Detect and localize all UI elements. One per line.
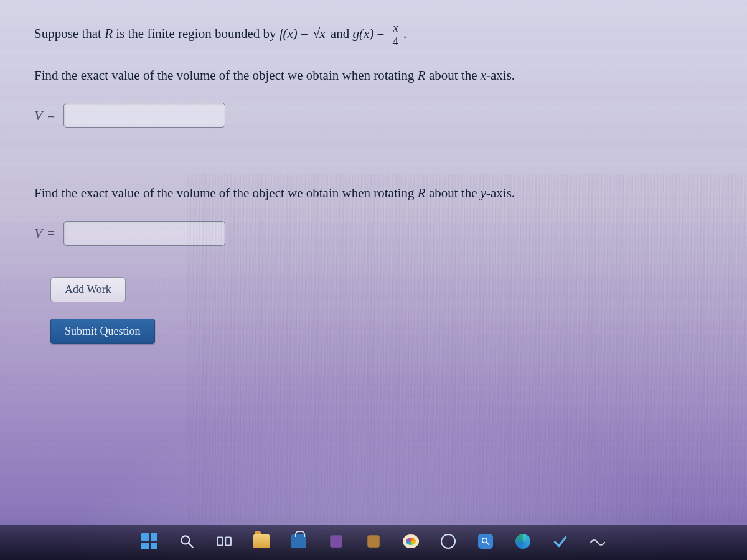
circle-icon <box>441 534 456 549</box>
text: about the <box>426 68 481 83</box>
app-icon <box>328 533 344 549</box>
task-view-icon <box>216 533 232 549</box>
add-work-button[interactable]: Add Work <box>50 277 126 302</box>
start-button[interactable] <box>139 531 160 552</box>
store-icon <box>291 534 306 548</box>
text: Suppose that <box>34 26 105 41</box>
axis-var: y <box>481 185 486 200</box>
taskbar-app-2[interactable] <box>363 531 384 552</box>
svg-rect-4 <box>330 535 342 548</box>
equals: = <box>374 26 387 41</box>
palette-icon <box>403 534 419 548</box>
volume-x-axis-input[interactable] <box>63 103 225 128</box>
and: and <box>327 26 353 41</box>
microsoft-store-button[interactable] <box>288 531 309 552</box>
text: Find the exact value of the volume of th… <box>34 68 418 83</box>
radicand: x <box>319 26 327 41</box>
region-var: R <box>418 185 426 200</box>
submit-question-button[interactable]: Submit Question <box>50 319 155 344</box>
f-of-x: f(x) <box>280 26 298 41</box>
part1-prompt: Find the exact value of the volume of th… <box>34 66 713 86</box>
magnifier-button[interactable] <box>475 531 496 552</box>
text: about the <box>426 185 481 200</box>
fraction-x-over-4: x4 <box>390 22 402 49</box>
magnifier-icon <box>478 534 493 549</box>
file-explorer-button[interactable] <box>251 531 272 552</box>
part1-answer-row: V = <box>34 103 713 128</box>
period: . <box>403 26 406 41</box>
task-view-button[interactable] <box>214 531 235 552</box>
folder-icon <box>253 534 270 548</box>
problem-statement: Suppose that R is the finite region boun… <box>34 22 713 49</box>
svg-rect-2 <box>217 538 223 546</box>
edge-icon <box>515 534 530 549</box>
text: -axis. <box>486 185 515 200</box>
search-icon <box>179 533 195 549</box>
region-var: R <box>105 26 113 41</box>
question-card: Suppose that R is the finite region boun… <box>0 0 747 344</box>
windows-icon <box>141 533 157 549</box>
part2-prompt: Find the exact value of the volume of th… <box>34 184 713 203</box>
denominator: 4 <box>390 35 402 49</box>
svg-point-0 <box>181 536 189 544</box>
search-button[interactable] <box>176 531 197 552</box>
svg-rect-5 <box>367 535 380 548</box>
text: -axis. <box>486 68 515 83</box>
svg-line-7 <box>487 543 490 546</box>
svg-point-6 <box>482 538 487 543</box>
notifications-button[interactable] <box>587 531 608 552</box>
region-var: R <box>418 68 426 83</box>
numerator: x <box>390 22 402 35</box>
text: is the finite region bounded by <box>113 26 280 41</box>
equals: = <box>298 26 311 41</box>
axis-var: x <box>481 68 486 83</box>
taskbar <box>0 525 747 560</box>
wave-icon <box>590 533 606 549</box>
volume-label: V = <box>34 105 56 126</box>
text: Find the exact value of the volume of th… <box>34 185 418 200</box>
volume-y-axis-input[interactable] <box>63 221 225 246</box>
part2-answer-row: V = <box>34 221 713 246</box>
svg-rect-3 <box>225 538 231 546</box>
sqrt-x: x <box>311 23 327 44</box>
cortana-button[interactable] <box>438 531 459 552</box>
edge-button[interactable] <box>512 531 533 552</box>
task-complete-button[interactable] <box>550 531 571 552</box>
paint-button[interactable] <box>400 531 421 552</box>
volume-label: V = <box>34 223 56 243</box>
g-of-x: g(x) <box>352 26 374 41</box>
app-icon <box>365 533 382 549</box>
check-icon <box>552 533 568 549</box>
taskbar-app-1[interactable] <box>326 531 347 552</box>
svg-line-1 <box>189 543 193 548</box>
